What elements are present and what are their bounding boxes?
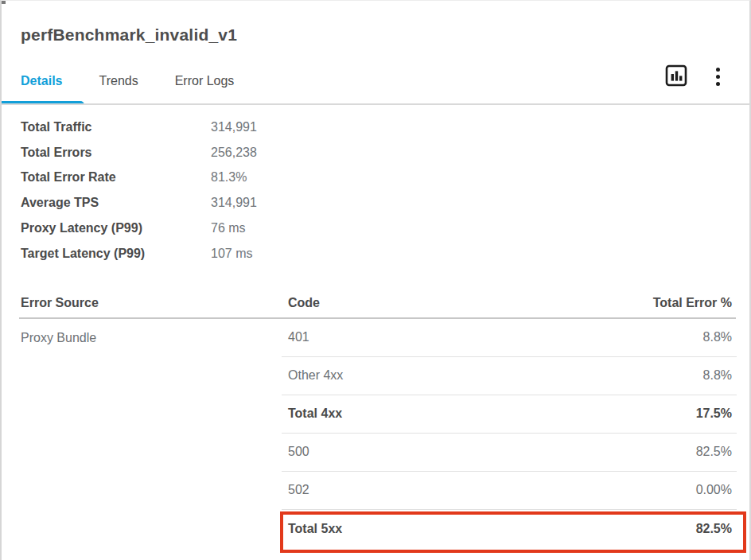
column-header-code: Code (282, 296, 653, 310)
stat-value: 81.3% (211, 170, 247, 185)
window-corner (2, 1, 6, 4)
error-source-cell: Proxy Bundle (21, 319, 282, 357)
stat-value: 76 ms (211, 221, 246, 235)
error-source-column: Proxy Bundle (2, 319, 282, 548)
kebab-menu-icon (716, 68, 720, 86)
pct-cell: 8.8% (703, 368, 737, 383)
table-row-500: 500 82.5% (282, 434, 737, 472)
chart-view-button[interactable] (663, 64, 689, 90)
table-row-total-5xx: Total 5xx 82.5% (282, 510, 737, 548)
code-rows-column: 401 8.8% Other 4xx 8.8% Total 4xx 17.5% … (282, 319, 737, 548)
table-header-row: Error Source Code Total Error % (2, 289, 749, 317)
code-cell: Total 4xx (282, 406, 342, 421)
error-breakdown-table: Error Source Code Total Error % Proxy Bu… (2, 289, 749, 548)
tab-details[interactable]: Details (21, 72, 62, 90)
table-row-other-4xx: Other 4xx 8.8% (282, 357, 737, 395)
stat-label: Total Traffic (21, 120, 211, 134)
stat-value: 314,991 (211, 120, 257, 134)
table-body: Proxy Bundle 401 8.8% Other 4xx 8.8% Tot… (2, 319, 749, 548)
stat-total-traffic: Total Traffic 314,991 (21, 115, 730, 140)
stat-value: 314,991 (211, 196, 257, 210)
page-title: perfBenchmark_invalid_v1 (21, 24, 730, 45)
pct-cell: 0.00% (696, 483, 737, 497)
stat-average-tps: Average TPS 314,991 (21, 190, 730, 216)
toolbar (663, 64, 730, 98)
highlight-annotation-box (280, 511, 746, 553)
stat-label: Total Error Rate (21, 170, 211, 185)
tab-error-logs[interactable]: Error Logs (175, 72, 235, 90)
table-row-401: 401 8.8% (282, 319, 737, 357)
report-details-page: { "page": { "title": "perfBenchmark_inva… (0, 0, 751, 560)
tab-bar-divider (2, 103, 749, 105)
stat-value: 256,238 (211, 146, 257, 160)
column-header-total-error-pct: Total Error % (653, 296, 749, 310)
tab-trends[interactable]: Trends (99, 72, 138, 90)
pct-cell: 82.5% (696, 445, 737, 459)
stat-target-latency: Target Latency (P99) 107 ms (21, 241, 730, 266)
summary-stats: Total Traffic 314,991 Total Errors 256,2… (2, 105, 749, 266)
bar-chart-icon (664, 64, 688, 90)
table-row-total-4xx: Total 4xx 17.5% (282, 395, 737, 434)
page-header: perfBenchmark_invalid_v1 (2, 1, 749, 45)
overflow-menu-button[interactable] (705, 64, 730, 90)
code-cell: 401 (282, 330, 309, 344)
stat-label: Average TPS (21, 196, 211, 210)
pct-cell: 8.8% (703, 330, 737, 344)
stat-total-error-rate: Total Error Rate 81.3% (21, 165, 730, 191)
table-row-502: 502 0.00% (282, 472, 737, 510)
stat-label: Proxy Latency (P99) (21, 221, 211, 235)
code-cell: Total 5xx (282, 522, 342, 536)
column-header-error-source: Error Source (21, 296, 282, 310)
stat-label: Total Errors (21, 146, 211, 160)
code-cell: Other 4xx (282, 368, 343, 383)
stat-value: 107 ms (211, 247, 252, 261)
pct-cell: 82.5% (696, 522, 737, 536)
tab-bar: Details Trends Error Logs (2, 45, 749, 105)
stat-label: Target Latency (P99) (21, 247, 211, 261)
stat-total-errors: Total Errors 256,238 (21, 140, 730, 165)
pct-cell: 17.5% (696, 406, 737, 421)
stat-proxy-latency: Proxy Latency (P99) 76 ms (21, 216, 730, 241)
code-cell: 502 (282, 483, 309, 497)
code-cell: 500 (282, 445, 309, 459)
